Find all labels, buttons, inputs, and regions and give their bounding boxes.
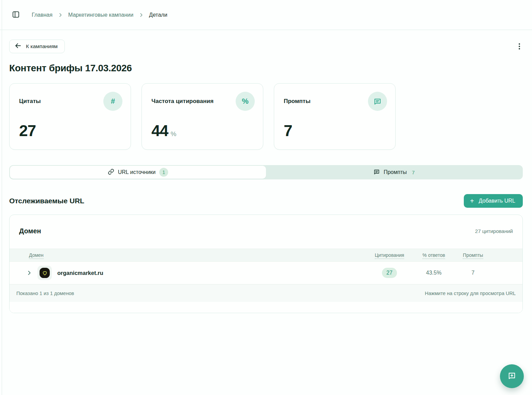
sidebar-toggle-button[interactable] bbox=[12, 11, 19, 19]
card-bottom-space bbox=[10, 302, 522, 313]
link-icon bbox=[108, 169, 114, 176]
table-header-row: Домен Цитирования % ответов Промпты bbox=[10, 249, 522, 262]
page-title: Контент брифы 17.03.2026 bbox=[9, 63, 523, 74]
answer-rate-value: 43.5% bbox=[413, 270, 454, 276]
stat-card-citation-rate: Частота цитирования % 44 % bbox=[142, 83, 263, 150]
domain-card-title: Домен bbox=[19, 227, 41, 235]
hash-icon: # bbox=[103, 92, 122, 111]
stat-card-prompts: Промпты 7 bbox=[274, 83, 396, 150]
column-header-answer-rate[interactable]: % ответов bbox=[423, 252, 445, 259]
column-header-domain[interactable]: Домен bbox=[29, 252, 44, 259]
app-root: Главная Маркетинговые кампании Детали К … bbox=[0, 0, 532, 395]
sidebar-panel-icon bbox=[12, 11, 19, 19]
message-icon bbox=[368, 92, 387, 111]
citations-pill: 27 bbox=[382, 268, 397, 278]
stat-value-suffix: % bbox=[171, 130, 176, 138]
tab-label: Промпты bbox=[384, 169, 407, 175]
domain-card-header: Домен 27 цитирований bbox=[10, 215, 522, 249]
plus-icon: + bbox=[470, 198, 474, 204]
domain-name: organicmarket.ru bbox=[57, 270, 103, 276]
add-url-button[interactable]: + Добавить URL bbox=[464, 194, 523, 208]
message-icon bbox=[373, 169, 380, 176]
kebab-menu-button[interactable] bbox=[516, 41, 523, 52]
domain-card-total-citations: 27 цитирований bbox=[475, 228, 513, 234]
view-tabbar: URL источники 1 Промпты 7 bbox=[9, 165, 523, 179]
section-row: Отслеживаемые URL + Добавить URL bbox=[9, 194, 523, 208]
chevron-right-icon bbox=[139, 13, 144, 17]
chevron-right-icon bbox=[58, 13, 63, 17]
stat-value: 27 bbox=[19, 123, 36, 138]
tab-count: 7 bbox=[412, 170, 415, 175]
breadcrumb-current: Детали bbox=[149, 12, 167, 18]
stats-row: Цитаты # 27 Частота цитирования % 44 % П… bbox=[9, 83, 523, 150]
tab-url-sources[interactable]: URL источники 1 bbox=[10, 166, 266, 179]
breadcrumb-home[interactable]: Главная bbox=[32, 12, 53, 18]
breadcrumb-bar: Главная Маркетинговые кампании Детали bbox=[0, 0, 532, 30]
domain-card: Домен 27 цитирований Домен Цитирования %… bbox=[9, 215, 523, 313]
chat-plus-icon bbox=[507, 371, 517, 382]
chat-fab-button[interactable] bbox=[500, 364, 524, 388]
back-button-label: К кампаниям bbox=[26, 43, 58, 49]
prompts-count-value: 7 bbox=[454, 270, 492, 276]
breadcrumb-campaigns[interactable]: Маркетинговые кампании bbox=[68, 12, 133, 18]
add-url-label: Добавить URL bbox=[479, 198, 515, 204]
column-header-prompts[interactable]: Промпты bbox=[463, 252, 483, 259]
tab-prompts[interactable]: Промпты 7 bbox=[266, 166, 522, 179]
table-row[interactable]: organicmarket.ru 27 43.5% 7 bbox=[10, 262, 522, 284]
breadcrumb: Главная Маркетинговые кампании Детали bbox=[32, 12, 167, 18]
tab-badge: 1 bbox=[159, 168, 168, 177]
table-footer: Показано 1 из 1 доменов Нажмите на строк… bbox=[10, 284, 522, 302]
stat-card-citations: Цитаты # 27 bbox=[9, 83, 131, 150]
arrow-left-icon bbox=[15, 43, 21, 50]
stat-value: 44 bbox=[151, 123, 168, 138]
row-expand-chevron-icon[interactable] bbox=[27, 270, 32, 276]
table-footer-hint: Нажмите на строку для просмотра URL bbox=[425, 291, 516, 296]
table-footer-count: Показано 1 из 1 доменов bbox=[16, 291, 74, 296]
percent-icon: % bbox=[236, 92, 255, 111]
back-to-campaigns-button[interactable]: К кампаниям bbox=[9, 40, 65, 53]
domain-favicon bbox=[38, 266, 52, 280]
stat-value: 7 bbox=[284, 123, 292, 138]
column-header-citations[interactable]: Цитирования bbox=[375, 252, 404, 259]
toolbar-row: К кампаниям bbox=[9, 40, 523, 53]
section-title: Отслеживаемые URL bbox=[9, 197, 84, 205]
tab-label: URL источники bbox=[118, 169, 156, 175]
